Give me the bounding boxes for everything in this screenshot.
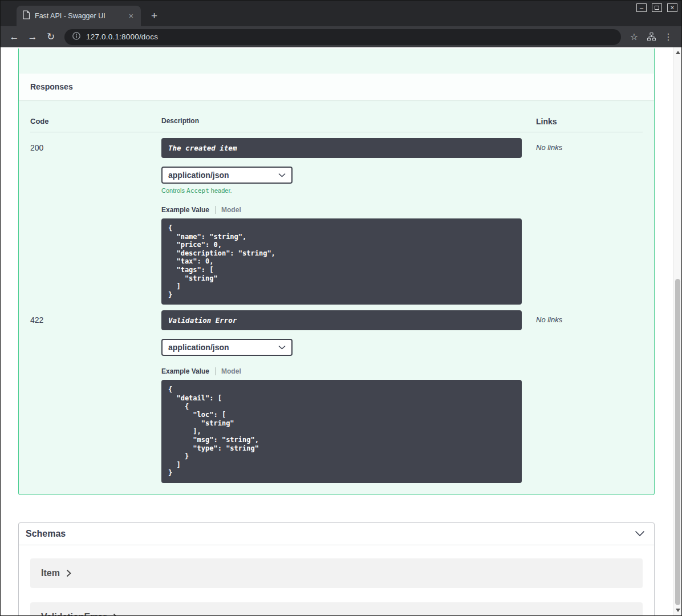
chevron-down-icon[interactable]: [635, 530, 645, 537]
window-controls: – ×: [636, 3, 677, 12]
opblock-spacer: [19, 48, 654, 74]
bookmark-star-icon[interactable]: ☆: [627, 30, 642, 44]
schema-item[interactable]: ValidationError: [30, 602, 643, 615]
schema-item[interactable]: Item: [30, 558, 643, 588]
maximize-icon: [655, 6, 659, 10]
example-tabs: Example Value Model: [161, 206, 536, 214]
media-type-value: application/json: [168, 171, 229, 180]
reload-button[interactable]: ↻: [43, 29, 59, 45]
window-maximize-button[interactable]: [652, 3, 662, 12]
model-tab[interactable]: Model: [221, 206, 241, 214]
response-links: No links: [536, 310, 643, 483]
window-close-button[interactable]: ×: [667, 3, 677, 12]
address-bar[interactable]: 127.0.0.1:8000/docs: [64, 29, 621, 45]
schemas-title: Schemas: [26, 529, 66, 539]
column-header-description: Description: [161, 117, 536, 126]
response-links: No links: [536, 138, 643, 305]
scrollbar-thumb[interactable]: [675, 279, 680, 605]
response-description: The created item: [161, 138, 522, 158]
browser-toolbar: ← → ↻ 127.0.0.1:8000/docs ☆ ⋮: [1, 26, 681, 47]
extensions-icon[interactable]: [644, 30, 659, 44]
chevron-right-icon: [66, 569, 71, 577]
scrollbar-down-icon[interactable]: [676, 609, 680, 612]
responses-table-header: Code Description Links: [30, 109, 643, 132]
browser-tab[interactable]: Fast API - Swagger UI ×: [17, 6, 141, 26]
responses-header: Responses: [19, 74, 654, 100]
schema-item-name: Item: [41, 568, 60, 578]
swagger-page: Responses Code Description Links 200 T: [1, 47, 673, 615]
column-header-code: Code: [30, 117, 161, 126]
tab-divider: [215, 367, 216, 375]
accept-header-note: Controls Accept header.: [161, 187, 536, 194]
tab-title: Fast API - Swagger UI: [35, 12, 123, 20]
new-tab-button[interactable]: +: [147, 8, 162, 23]
site-info-icon[interactable]: [72, 31, 81, 43]
chevron-down-icon: [278, 345, 286, 350]
tab-divider: [215, 206, 216, 214]
chevron-right-icon: [113, 613, 118, 615]
schema-item-name: ValidationError: [41, 612, 107, 615]
schemas-header[interactable]: Schemas: [19, 523, 654, 545]
model-tab[interactable]: Model: [221, 367, 241, 375]
media-type-value: application/json: [168, 343, 229, 352]
page-favicon-icon: [22, 10, 30, 22]
titlebar: Fast API - Swagger UI × + – ×: [1, 1, 681, 26]
responses-section: Responses Code Description Links 200 T: [18, 48, 655, 495]
response-row-200: 200 The created item application/json Co…: [30, 132, 643, 305]
browser-window: Fast API - Swagger UI × + – × ← → ↻ 127.…: [0, 0, 682, 616]
back-button[interactable]: ←: [6, 29, 22, 45]
media-type-select[interactable]: application/json: [161, 167, 293, 184]
page-content: Responses Code Description Links 200 T: [1, 47, 681, 615]
chevron-down-icon: [278, 173, 286, 177]
window-minimize-button[interactable]: –: [636, 3, 647, 12]
response-code: 200: [30, 138, 161, 305]
response-description: Validation Error: [161, 310, 522, 330]
tab-close-icon[interactable]: ×: [127, 11, 135, 21]
scrollbar-up-icon[interactable]: [676, 51, 680, 54]
example-json: { "name": "string", "price": 0, "descrip…: [161, 218, 522, 305]
response-code: 422: [30, 310, 161, 483]
example-value-tab[interactable]: Example Value: [161, 206, 209, 214]
example-json: { "detail": [ { "loc": [ "string" ], "ms…: [161, 380, 522, 483]
example-tabs: Example Value Model: [161, 367, 536, 375]
forward-button[interactable]: →: [25, 29, 40, 45]
example-value-tab[interactable]: Example Value: [161, 367, 209, 375]
schemas-section: Schemas Item ValidationError: [18, 522, 655, 615]
response-row-422: 422 Validation Error application/json Ex…: [30, 305, 643, 483]
menu-kebab-icon[interactable]: ⋮: [661, 30, 676, 44]
media-type-select[interactable]: application/json: [161, 339, 293, 356]
scrollbar[interactable]: [673, 47, 681, 615]
responses-title: Responses: [30, 82, 643, 91]
column-header-links: Links: [536, 117, 643, 126]
url-text: 127.0.0.1:8000/docs: [86, 33, 158, 41]
